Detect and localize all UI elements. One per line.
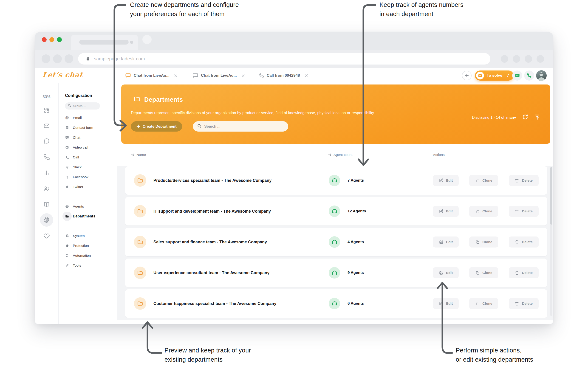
- delete-button[interactable]: Delete: [509, 236, 539, 248]
- settings-active-highlight[interactable]: [40, 213, 53, 227]
- chats-button[interactable]: [512, 70, 522, 81]
- config-search[interactable]: [65, 102, 100, 109]
- forward-button[interactable]: [53, 54, 62, 63]
- clone-button[interactable]: Clone: [469, 236, 498, 248]
- add-ticket-button[interactable]: [462, 71, 472, 80]
- tab-close-icon[interactable]: [130, 41, 133, 44]
- create-department-button[interactable]: Create Department: [131, 121, 182, 132]
- department-name: User experience consultant team - The Aw…: [153, 270, 269, 275]
- phone-icon[interactable]: [43, 154, 50, 160]
- create-department-label: Create Department: [143, 124, 177, 129]
- config-item-call[interactable]: Call: [65, 153, 115, 161]
- config-item-label: Call: [73, 155, 79, 159]
- config-item-tools[interactable]: Tools: [65, 261, 115, 269]
- config-item-system[interactable]: System: [65, 232, 115, 240]
- delete-button[interactable]: Delete: [509, 298, 539, 309]
- to-solve-button[interactable]: To solve 7: [475, 70, 514, 81]
- downloads-button[interactable]: [525, 55, 532, 63]
- config-item-departments[interactable]: Departments: [65, 212, 115, 220]
- agent-count-cell: 4 Agents: [329, 236, 364, 248]
- reload-button[interactable]: [65, 54, 73, 63]
- clone-button[interactable]: Clone: [469, 298, 498, 309]
- dashboard-icon[interactable]: [43, 107, 50, 114]
- config-item-label: Departments: [73, 214, 95, 218]
- customers-icon[interactable]: [43, 185, 50, 192]
- config-item-video-call[interactable]: Video call: [65, 144, 115, 151]
- config-item-protection[interactable]: Protection: [65, 242, 115, 250]
- displaying-many-link[interactable]: many: [506, 115, 516, 120]
- traffic-light-minimize[interactable]: [49, 37, 54, 42]
- table-row[interactable]: Sales support and finance team - The Awe…: [125, 228, 547, 256]
- extension-button[interactable]: [501, 55, 508, 63]
- edit-icon: [439, 271, 443, 275]
- url-text: samplepage.ladesk.com: [94, 56, 145, 61]
- menu-button[interactable]: [536, 55, 544, 63]
- department-name: Products/Services specialist team - The …: [153, 178, 272, 183]
- row-actions: Edit Clone Delete: [433, 206, 539, 217]
- scrollbar[interactable]: [550, 167, 552, 316]
- config-search-input[interactable]: [73, 104, 97, 108]
- config-list: @ Email Contact form Chat Video call: [65, 114, 115, 271]
- address-bar[interactable]: samplepage.ladesk.com: [78, 53, 490, 65]
- config-item-twitter[interactable]: Twitter: [65, 183, 115, 191]
- agent-count-cell: 12 Agents: [329, 206, 366, 217]
- new-tab-button[interactable]: [142, 35, 152, 44]
- config-item-slack[interactable]: Slack: [65, 163, 115, 171]
- refresh-icon[interactable]: [522, 114, 528, 121]
- table-row[interactable]: Products/Services specialist team - The …: [125, 166, 547, 195]
- close-icon[interactable]: [241, 74, 245, 77]
- config-item-label: Automation: [73, 253, 91, 258]
- config-item-email[interactable]: @ Email: [65, 114, 115, 122]
- column-header-agent-count[interactable]: Agent count: [328, 153, 352, 157]
- ticket-tab-chat-1[interactable]: Chat from LiveAg...: [125, 68, 177, 83]
- clone-button[interactable]: Clone: [469, 267, 498, 278]
- traffic-light-close[interactable]: [42, 37, 47, 42]
- delete-button[interactable]: Delete: [509, 267, 539, 278]
- close-icon[interactable]: [305, 74, 308, 77]
- config-item-facebook[interactable]: Facebook: [65, 173, 115, 181]
- table-row[interactable]: IT support and development team - The Aw…: [125, 197, 547, 225]
- clone-button[interactable]: Clone: [469, 206, 498, 217]
- back-button[interactable]: [42, 54, 50, 63]
- chat-bubble-icon[interactable]: [43, 138, 50, 144]
- knowledgebase-icon[interactable]: [43, 201, 50, 208]
- config-item-contact-form[interactable]: Contact form: [65, 124, 115, 132]
- delete-button[interactable]: Delete: [509, 206, 539, 217]
- edit-button[interactable]: Edit: [433, 206, 459, 217]
- plus-icon: [137, 124, 140, 128]
- scrollbar-thumb[interactable]: [550, 167, 552, 225]
- edit-button[interactable]: Edit: [433, 236, 459, 248]
- collapse-top-icon[interactable]: [534, 114, 540, 121]
- edit-button[interactable]: Edit: [433, 298, 459, 309]
- departments-search-input[interactable]: [204, 124, 284, 129]
- trash-icon: [515, 301, 519, 306]
- annotation-create-departments: Create new departments and configure you…: [130, 0, 239, 19]
- edit-button[interactable]: Edit: [433, 175, 459, 186]
- app-logo[interactable]: Let’s chat: [42, 71, 83, 79]
- delete-button[interactable]: Delete: [509, 175, 539, 186]
- departments-search[interactable]: [193, 121, 288, 132]
- config-item-automation[interactable]: Automation: [65, 252, 115, 259]
- stats-icon[interactable]: [43, 169, 50, 176]
- config-item-agents[interactable]: Agents: [65, 203, 115, 210]
- folder-icon: [134, 174, 146, 187]
- close-icon[interactable]: [174, 74, 177, 77]
- ticket-tab-call[interactable]: Call from 0042948: [259, 68, 308, 83]
- traffic-light-zoom[interactable]: [57, 37, 62, 42]
- edit-button[interactable]: Edit: [433, 267, 459, 278]
- clone-button[interactable]: Clone: [469, 175, 498, 186]
- extension-button[interactable]: [513, 55, 520, 63]
- user-avatar[interactable]: [536, 70, 547, 81]
- agents-icon: [65, 205, 69, 208]
- calls-button[interactable]: [524, 70, 534, 81]
- column-header-name[interactable]: Name: [131, 153, 146, 157]
- row-actions: Edit Clone Delete: [433, 267, 539, 278]
- browser-tab[interactable]: [71, 35, 138, 50]
- table-row[interactable]: User experience consultant team - The Aw…: [125, 259, 547, 287]
- ticket-tab-chat-2[interactable]: Chat from LiveAg...: [192, 68, 245, 83]
- mail-icon[interactable]: [43, 123, 50, 129]
- column-header-actions: Actions: [433, 153, 445, 157]
- favorites-heart-icon[interactable]: [43, 233, 50, 239]
- table-row[interactable]: Customer happiness specialist team - The…: [125, 289, 547, 318]
- config-item-chat[interactable]: Chat: [65, 134, 115, 141]
